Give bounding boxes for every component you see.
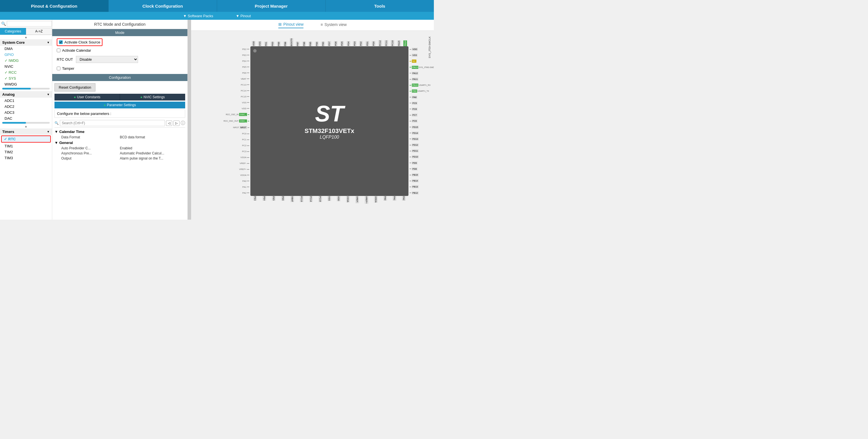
param-value-auto: Enabled <box>120 146 179 150</box>
sidebar-item-nvic[interactable]: NVIC <box>0 64 52 69</box>
reset-configuration-button[interactable]: Reset Configuration <box>55 83 95 91</box>
nav-item-clock[interactable]: Clock Configuration <box>109 0 217 12</box>
left-pin-row-vdda: VDDA <box>194 174 250 177</box>
configuration-section: Configuration Reset Configuration ● User… <box>52 74 187 220</box>
chip-logo: ST <box>315 102 344 125</box>
params-search-input[interactable] <box>60 120 165 126</box>
sidebar-scroll-up-1[interactable]: ▲ <box>0 35 52 39</box>
pin-top-pd6: PD6 <box>334 41 338 46</box>
right-pins: VDD VSS NC PA13 SYS_JTMS-SWDIO <box>408 46 431 196</box>
right-pin-row-pd9: PD9 <box>408 161 417 165</box>
nav-item-pinout[interactable]: Pinout & Configuration <box>0 0 109 12</box>
sidebar-item-adc3[interactable]: ADC3 <box>0 109 52 116</box>
sidebar-item-dac[interactable]: DAC <box>0 116 52 121</box>
rtc-out-select[interactable]: Disable Enable <box>76 56 138 63</box>
pin-top-pb5: PB5 <box>309 41 312 46</box>
pin-top-pd4: PD4 <box>347 41 350 46</box>
param-name-async: Asynchronous Pre... <box>61 151 120 155</box>
params-search-bar: 🔍 ◁ ▷ ⓘ <box>55 119 185 128</box>
sidebar-item-gpio[interactable]: GPIO <box>0 52 52 58</box>
top-nav: Pinout & Configuration Clock Configurati… <box>0 0 434 12</box>
sidebar-item-sys[interactable]: ✓ SYS <box>0 75 52 81</box>
pin-top-pa15: PA15 <box>397 40 401 46</box>
pin-top-vdd: VDD <box>252 41 255 46</box>
sidebar-item-dma[interactable]: DMA <box>0 46 52 52</box>
sidebar-scroll-up-3[interactable]: ▲ <box>0 124 52 128</box>
param-name-auto: Auto Predivider C... <box>61 146 120 150</box>
search-next-button[interactable]: ▷ <box>173 121 180 126</box>
tab-pinout-view[interactable]: ⊞ Pinout view <box>278 22 304 28</box>
sub-nav: ▼ Software Packs ▼ Pinout <box>0 12 434 20</box>
activate-calendar-row: Activate Calendar <box>57 47 183 54</box>
sidebar-item-rcc[interactable]: ✓ RCC <box>0 69 52 75</box>
right-pin-row-pa11: PA11 <box>408 77 418 81</box>
param-group-general: ▼ General Auto Predivider C... Enabled A… <box>55 140 185 161</box>
param-row-output: Output Alarm pulse signal on the T... <box>55 156 185 161</box>
tamper-checkbox[interactable] <box>57 67 60 70</box>
activate-clock-source-checkbox[interactable] <box>59 40 63 44</box>
right-pin-row-pd14: PD14 <box>408 131 418 135</box>
left-pin-row-nrst: NRST NRST <box>194 126 250 129</box>
left-pin-row-vbat: VBAT <box>194 77 250 80</box>
activate-calendar-checkbox[interactable] <box>57 49 60 52</box>
sidebar-item-iwdg[interactable]: ✓ IWDG <box>0 58 52 64</box>
left-pin-row-pa0: PA0 <box>194 180 250 182</box>
param-group-calendar-time-header[interactable]: ▼ Calendar Time <box>55 129 185 135</box>
param-group-general-header[interactable]: ▼ General <box>55 140 185 146</box>
sidebar-tabs: Categories A->Z <box>0 28 52 35</box>
tab-parameter-settings[interactable]: ● Parameter Settings <box>55 102 185 108</box>
activate-calendar-label: Activate Calendar <box>62 48 91 53</box>
left-pin-row-vssa: VSSA <box>194 156 250 159</box>
sub-nav-pinout[interactable]: ▼ Pinout <box>236 14 251 18</box>
left-pin-row-pa2: PA2 <box>194 192 250 194</box>
activate-clock-source-row: Activate Clock Source <box>57 38 102 46</box>
tab-nvic-settings[interactable]: ● NVIC Settings <box>120 94 185 100</box>
sidebar-item-adc2[interactable]: ADC2 <box>0 104 52 109</box>
left-pin-row-pe6: PE6 <box>194 72 250 74</box>
info-icon[interactable]: ⓘ <box>181 120 185 126</box>
sidebar-section-system-core[interactable]: System Core ▼ <box>0 39 52 46</box>
sidebar-item-tim3[interactable]: TIM3 <box>0 155 52 161</box>
sidebar-item-rtc[interactable]: ✓ RTC <box>1 135 51 143</box>
left-pin-row-osc-out: RCC_OSC_OUT OSC_ <box>194 119 250 123</box>
left-pin-row-vdd: VDD <box>194 107 250 110</box>
right-pin-row-pb15: PB15 <box>408 173 418 177</box>
left-pin-row-pc1: PC1 <box>194 138 250 141</box>
tab-atoz[interactable]: A->Z <box>26 28 52 35</box>
right-pin-row-pc8: PC8 <box>408 107 417 111</box>
chip-visual: VDD VSS PE1 PE0 PB9 PB8 BOOT0 PB7 PB6 PB… <box>194 34 431 209</box>
config-tabs: ● User Constants ● NVIC Settings <box>55 94 185 100</box>
resize-handle[interactable]: ⋮ <box>188 20 191 220</box>
tab-system-view[interactable]: ≡ System view <box>320 22 347 28</box>
pin-top-pb3: PB3 <box>321 41 325 46</box>
right-pin-row-pb13: PB13 <box>408 185 418 188</box>
param-group-calendar-time: ▼ Calendar Time Data Format BCD data for… <box>55 129 185 140</box>
sub-nav-software-packs[interactable]: ▼ Software Packs <box>183 14 213 18</box>
sidebar-item-tim1[interactable]: TIM1 <box>0 143 52 149</box>
right-pin-row-pd13: PD13 <box>408 137 418 140</box>
right-pin-row-pa13: PA13 SYS_JTMS-SWDIO <box>408 66 434 69</box>
right-pin-row-pa12: PA12 <box>408 72 418 75</box>
sidebar-search-bar: 🔍 ▼ <box>0 20 52 28</box>
sidebar-item-wwdg[interactable]: WWDG <box>0 81 52 87</box>
pin-top-pb7: PB7 <box>296 41 300 46</box>
tab-categories[interactable]: Categories <box>0 28 26 35</box>
sidebar-section-analog[interactable]: Analog ▼ <box>0 91 52 98</box>
center-panel: RTC Mode and Configuration Mode Activate… <box>52 20 188 220</box>
grid-icon: ⊞ <box>278 22 282 27</box>
pin-top-pd1: PD1 <box>366 41 369 46</box>
list-icon: ≡ <box>320 22 323 27</box>
nav-item-tools[interactable]: Tools <box>326 0 434 12</box>
chip-name: STM32F103VETx <box>305 127 354 135</box>
sidebar-item-tim2[interactable]: TIM2 <box>0 149 52 155</box>
nav-item-project[interactable]: Project Manager <box>217 0 326 12</box>
search-prev-button[interactable]: ◁ <box>166 121 172 126</box>
right-pin-row-pa10: PA10 USART1_RX <box>408 84 431 87</box>
sidebar-section-timers[interactable]: Timers ▼ <box>0 128 52 135</box>
sidebar-search-input[interactable] <box>7 21 52 27</box>
top-pins: VDD VSS PE1 PE0 PB9 PB8 BOOT0 PB7 PB6 PB… <box>250 34 408 46</box>
tab-user-constants[interactable]: ● User Constants <box>55 94 120 100</box>
pin-top-pd3: PD3 <box>353 41 356 46</box>
sidebar-item-adc1[interactable]: ADC1 <box>0 98 52 104</box>
right-pin-row-pb14: PB14 <box>408 179 418 182</box>
